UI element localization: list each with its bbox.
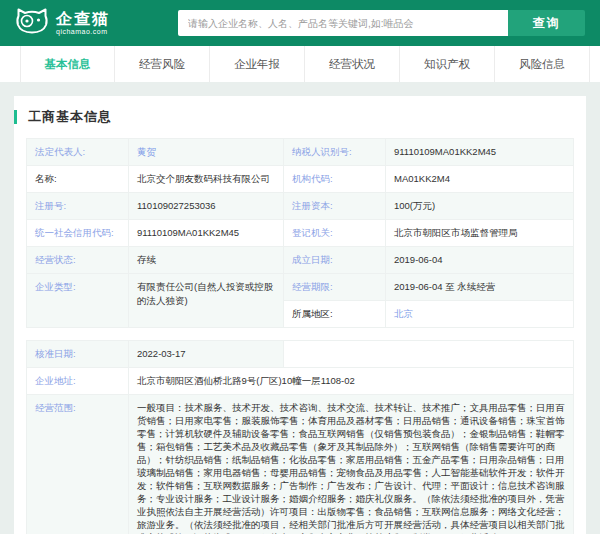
field-label-company-name: 名称: [27, 166, 129, 193]
field-label-approval-date: 核准日期: [27, 341, 129, 368]
detail-info-table: 核准日期: 2022-03-17 企业地址: 北京市朝阳区酒仙桥北路9号(厂区)… [26, 340, 574, 534]
tab-basic-info[interactable]: 基本信息 [20, 46, 115, 82]
search-button[interactable]: 查询 [508, 10, 585, 36]
legal-rep-link[interactable]: 黄贺 [137, 146, 156, 157]
tab-operating-risk[interactable]: 经营风险 [115, 46, 210, 82]
logo-title: 企查猫 [56, 11, 110, 27]
field-label-credit-code: 统一社会信用代码: [27, 220, 129, 247]
field-value-address: 北京市朝阳区酒仙桥北路9号(厂区)10幢一层1108-02 [129, 368, 574, 395]
section-header: 工商基本信息 [14, 108, 586, 126]
field-label-establish-date: 成立日期: [284, 247, 386, 274]
field-label-business-scope: 经营范围: [27, 395, 129, 534]
tab-operating-status[interactable]: 经营状况 [305, 46, 400, 82]
field-value-reg-authority: 北京市朝阳区市场监督管理局 [386, 220, 574, 247]
tab-intellectual-property[interactable]: 知识产权 [400, 46, 495, 82]
search-input[interactable] [178, 10, 508, 36]
basic-info-table: 法定代表人: 黄贺 纳税人识别号: 91110109MA01KK2M45 名称:… [26, 138, 574, 328]
page-content: 工商基本信息 法定代表人: 黄贺 纳税人识别号: 91110109MA01KK2… [0, 82, 600, 534]
table-row: 企业类型: 有限责任公司(自然人投资或控股的法人独资) 经营期限: 2019-0… [27, 274, 574, 301]
logo-domain: qichamao.com [56, 27, 110, 36]
cat-logo-icon [15, 6, 49, 40]
table-row: 法定代表人: 黄贺 纳税人识别号: 91110109MA01KK2M45 [27, 139, 574, 166]
table-row: 企业地址: 北京市朝阳区酒仙桥北路9号(厂区)10幢一层1108-02 [27, 368, 574, 395]
field-value-business-scope: 一般项目：技术服务、技术开发、技术咨询、技术交流、技术转让、技术推广；文具用品零… [129, 395, 574, 534]
field-label-reg-number: 注册号: [27, 193, 129, 220]
field-label-legal-rep: 法定代表人: [27, 139, 129, 166]
region-link[interactable]: 北京 [394, 308, 413, 319]
empty-cell [284, 341, 574, 368]
business-info-card: 工商基本信息 法定代表人: 黄贺 纳税人识别号: 91110109MA01KK2… [14, 96, 586, 534]
field-label-reg-capital: 注册资本: [284, 193, 386, 220]
field-label-reg-authority: 登记机关: [284, 220, 386, 247]
field-value-company-type: 有限责任公司(自然人投资或控股的法人独资) [129, 274, 284, 328]
field-label-company-type: 企业类型: [27, 274, 129, 328]
table-row: 名称: 北京交个朋友数码科技有限公司 机构代码: MA01KK2M4 [27, 166, 574, 193]
nav-tabs: 基本信息 经营风险 企业年报 经营状况 知识产权 风险信息 [0, 46, 600, 82]
field-label-business-term: 经营期限: [284, 274, 386, 301]
table-row: 注册号: 110109027253036 注册资本: 100(万元) [27, 193, 574, 220]
tab-risk-info[interactable]: 风险信息 [495, 46, 590, 82]
field-value-business-term: 2019-06-04 至 永续经营 [386, 274, 574, 301]
field-value-reg-number: 110109027253036 [129, 193, 284, 220]
section-title: 工商基本信息 [28, 108, 112, 126]
search-bar: 查询 [178, 10, 585, 36]
tab-annual-report[interactable]: 企业年报 [210, 46, 305, 82]
field-value-credit-code: 91110109MA01KK2M45 [129, 220, 284, 247]
field-value-establish-date: 2019-06-04 [386, 247, 574, 274]
field-label-status: 经营状态: [27, 247, 129, 274]
field-label-region: 所属地区: [284, 301, 386, 328]
field-value-company-name: 北京交个朋友数码科技有限公司 [129, 166, 284, 193]
field-value-approval-date: 2022-03-17 [129, 341, 284, 368]
table-row: 核准日期: 2022-03-17 [27, 341, 574, 368]
field-label-address: 企业地址: [27, 368, 129, 395]
table-row: 经营状态: 存续 成立日期: 2019-06-04 [27, 247, 574, 274]
field-value-org-code: MA01KK2M4 [386, 166, 574, 193]
table-row: 经营范围: 一般项目：技术服务、技术开发、技术咨询、技术交流、技术转让、技术推广… [27, 395, 574, 534]
logo[interactable]: 企查猫 qichamao.com [15, 6, 110, 40]
table-row: 统一社会信用代码: 91110109MA01KK2M45 登记机关: 北京市朝阳… [27, 220, 574, 247]
header: 企查猫 qichamao.com 查询 [0, 0, 600, 46]
field-value-status: 存续 [129, 247, 284, 274]
field-label-taxpayer-id: 纳税人识别号: [284, 139, 386, 166]
section-bar [14, 110, 17, 124]
field-value-taxpayer-id: 91110109MA01KK2M45 [386, 139, 574, 166]
field-label-org-code: 机构代码: [284, 166, 386, 193]
field-value-reg-capital: 100(万元) [386, 193, 574, 220]
